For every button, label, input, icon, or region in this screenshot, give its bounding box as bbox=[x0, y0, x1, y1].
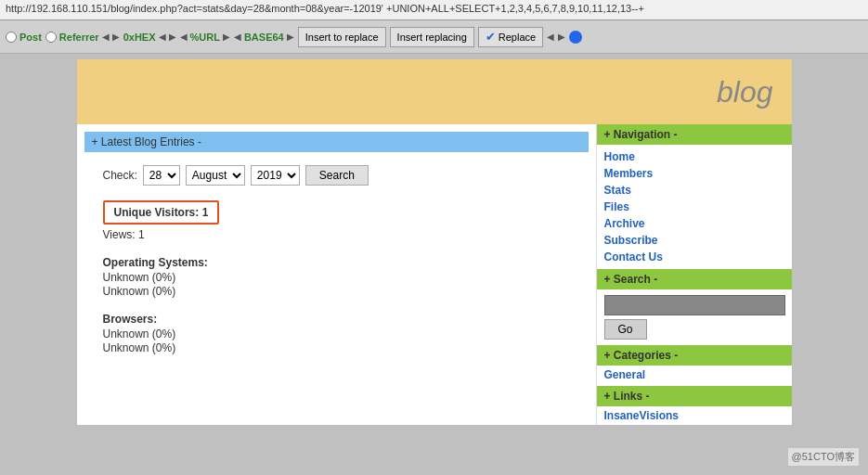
watermark: @51CTO博客 bbox=[788, 448, 859, 466]
nav-item-archive[interactable]: Archive bbox=[604, 215, 784, 232]
url-label: %URL bbox=[190, 32, 220, 43]
url-item[interactable]: ◀ %URL ▶ bbox=[180, 32, 230, 43]
page-container: blog + Latest Blog Entries - Check: 28 A… bbox=[77, 59, 792, 425]
nav-item-contact[interactable]: Contact Us bbox=[604, 249, 784, 265]
unique-visitors-box: Unique Visitors: 1 bbox=[103, 200, 220, 225]
search-input[interactable] bbox=[604, 295, 785, 315]
os-item-2: Unknown (0%) bbox=[103, 285, 589, 298]
referrer-radio[interactable] bbox=[45, 32, 57, 43]
arrow-icon-9: ◀ bbox=[547, 32, 554, 42]
nav-link-home[interactable]: Home bbox=[604, 150, 635, 163]
content-area: + Latest Blog Entries - Check: 28 August… bbox=[77, 124, 792, 425]
watermark-text: @51CTO博客 bbox=[792, 451, 855, 462]
insert-to-replace-button[interactable]: Insert to replace bbox=[298, 27, 386, 47]
month-select[interactable]: August bbox=[186, 165, 245, 186]
categories-header: + Categories - bbox=[597, 345, 792, 366]
category-general[interactable]: General bbox=[597, 366, 792, 384]
arrow-icon-6: ▶ bbox=[223, 32, 230, 42]
check-row: Check: 28 August 2019 Search bbox=[103, 165, 589, 186]
link-insanevisions-label: InsaneVisions bbox=[604, 409, 679, 422]
browser-item-2: Unknown (0%) bbox=[103, 341, 589, 354]
blog-header: blog bbox=[77, 59, 792, 124]
replace-label: Replace bbox=[499, 32, 536, 43]
blog-title: blog bbox=[717, 75, 773, 109]
nav-item-members[interactable]: Members bbox=[604, 165, 784, 182]
base64-item[interactable]: ◀ BASE64 ▶ bbox=[234, 32, 294, 43]
search-header: + Search - bbox=[597, 269, 792, 289]
check-label: Check: bbox=[103, 169, 137, 182]
nav-link-archive[interactable]: Archive bbox=[604, 217, 645, 230]
hex-item[interactable]: 0xHEX ◀ ▶ bbox=[123, 32, 176, 43]
arrow-icon-2: ▶ bbox=[112, 32, 120, 42]
main-content: blog + Latest Blog Entries - Check: 28 A… bbox=[0, 54, 868, 475]
day-select[interactable]: 28 bbox=[143, 165, 180, 186]
browsers-section: Browsers: Unknown (0%) Unknown (0%) bbox=[103, 313, 589, 354]
links-header: + Links - bbox=[597, 386, 792, 406]
search-header-label: + Search - bbox=[604, 273, 658, 286]
url-text: http://192.168.110.151/blog/index.php?ac… bbox=[6, 3, 644, 14]
browser-item-1: Unknown (0%) bbox=[103, 327, 589, 340]
nav-item-files[interactable]: Files bbox=[604, 199, 784, 215]
hex-label: 0xHEX bbox=[123, 32, 156, 43]
nav-header: + Navigation - bbox=[597, 124, 792, 145]
referrer-label: Referrer bbox=[59, 32, 99, 43]
nav-list: Home Members Stats Files Archive Subscri… bbox=[597, 145, 792, 269]
category-general-label: General bbox=[604, 368, 646, 381]
referrer-item[interactable]: Referrer ◀ ▶ bbox=[45, 32, 120, 43]
nav-item-subscribe[interactable]: Subscribe bbox=[604, 232, 784, 249]
nav-header-label: + Navigation - bbox=[604, 128, 678, 141]
unique-visitors-value: 1 bbox=[202, 206, 209, 219]
links-header-label: + Links - bbox=[604, 390, 650, 403]
link-insanevisions[interactable]: InsaneVisions bbox=[597, 406, 792, 425]
views-value: 1 bbox=[138, 228, 145, 241]
year-select[interactable]: 2019 bbox=[251, 165, 300, 186]
toolbar: Post Referrer ◀ ▶ 0xHEX ◀ ▶ ◀ %URL ▶ ◀ B… bbox=[0, 20, 868, 54]
nav-item-stats[interactable]: Stats bbox=[604, 182, 784, 199]
categories-header-label: + Categories - bbox=[604, 349, 679, 362]
os-item-1: Unknown (0%) bbox=[103, 271, 589, 284]
check-icon: ✔ bbox=[486, 30, 496, 44]
arrow-icon-3: ◀ bbox=[159, 32, 166, 42]
url-bar: http://192.168.110.151/blog/index.php?ac… bbox=[0, 0, 868, 20]
right-column: + Navigation - Home Members Stats Files … bbox=[597, 124, 792, 425]
circle-icon bbox=[569, 31, 582, 44]
post-label: Post bbox=[19, 32, 42, 43]
os-section: Operating Systems: Unknown (0%) Unknown … bbox=[103, 256, 589, 298]
nav-item-home[interactable]: Home bbox=[604, 148, 784, 165]
nav-link-contact[interactable]: Contact Us bbox=[604, 250, 663, 263]
arrow-icon-4: ▶ bbox=[169, 32, 176, 42]
arrow-icon-10: ▶ bbox=[558, 32, 565, 42]
browsers-title: Browsers: bbox=[103, 313, 589, 326]
insert-replacing-button[interactable]: Insert replacing bbox=[390, 27, 474, 47]
unique-visitors-label: Unique Visitors: bbox=[114, 206, 200, 219]
arrow-icon-8: ▶ bbox=[287, 32, 294, 42]
views-line: Views: 1 bbox=[103, 228, 589, 241]
os-title: Operating Systems: bbox=[103, 256, 589, 269]
blog-entries-label: + Latest Blog Entries - bbox=[92, 135, 201, 148]
go-button[interactable]: Go bbox=[604, 319, 647, 340]
left-column: + Latest Blog Entries - Check: 28 August… bbox=[77, 124, 597, 425]
post-item[interactable]: Post bbox=[6, 32, 42, 43]
replace-button[interactable]: ✔ Replace bbox=[478, 27, 543, 47]
base64-label: BASE64 bbox=[244, 32, 284, 43]
nav-link-subscribe[interactable]: Subscribe bbox=[604, 234, 658, 247]
arrow-icon-7: ◀ bbox=[234, 32, 241, 42]
views-label: Views: bbox=[103, 228, 136, 241]
arrow-icon-5: ◀ bbox=[180, 32, 188, 42]
arrow-icon-1: ◀ bbox=[102, 32, 110, 42]
blog-entries-header: + Latest Blog Entries - bbox=[84, 132, 589, 152]
search-button[interactable]: Search bbox=[305, 165, 369, 186]
nav-link-members[interactable]: Members bbox=[604, 167, 654, 180]
nav-link-stats[interactable]: Stats bbox=[604, 184, 631, 197]
nav-link-files[interactable]: Files bbox=[604, 200, 629, 213]
post-radio[interactable] bbox=[6, 32, 17, 43]
